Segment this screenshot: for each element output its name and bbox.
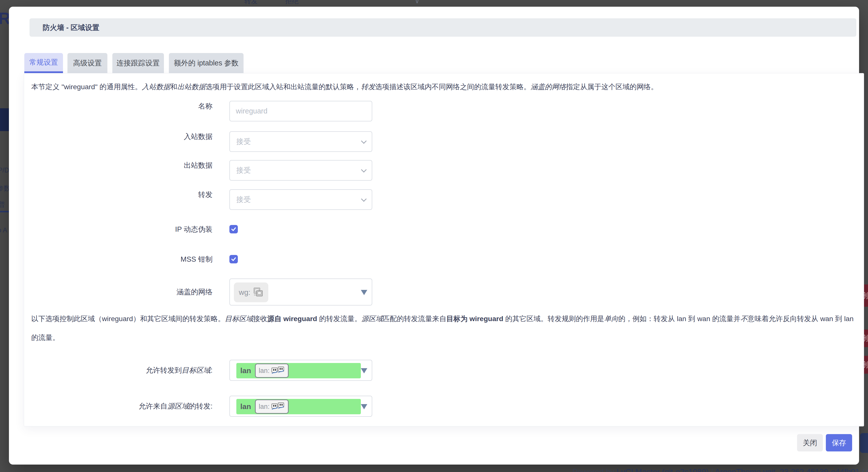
input-policy-label: 入站数据: [39, 132, 213, 141]
dropdown-caret-icon: [361, 368, 367, 373]
forward-from-label: 允许来自源区域的转发:: [39, 401, 213, 411]
chevron-down-icon: [361, 167, 367, 172]
background-table-header-forward: 转发: [244, 0, 258, 5]
forward-policy-label: 转发: [39, 190, 213, 199]
chevron-down-icon: [361, 196, 367, 202]
tunnel-interface-icon: [253, 287, 264, 298]
zone-name: lan: [240, 366, 251, 375]
output-policy-value: 接受: [236, 161, 251, 180]
save-button[interactable]: 保存: [826, 434, 852, 451]
general-settings-panel: 本节定义 "wireguard" 的通用属性。入站数据和出站数据选项用于设置此区…: [24, 73, 864, 427]
screen: R 转发 拒绝 ∨ P/D 参数 普 o A 删 删 删 Powered by …: [0, 0, 868, 472]
zone-name: lan: [240, 402, 251, 411]
background-nav-rect: [0, 108, 10, 131]
network-tag-wg: wg:: [234, 282, 268, 302]
name-label: 名称: [39, 101, 213, 111]
background-fragment-1: P/D: [0, 167, 9, 174]
tab-general-settings[interactable]: 常规设置: [24, 53, 63, 73]
tab-conntrack-settings[interactable]: 连接跟踪设置: [112, 53, 164, 73]
ethernet-icon: [278, 402, 285, 409]
masquerading-checkbox[interactable]: [229, 225, 238, 233]
dialog-header: 防火墙 - 区域设置: [30, 18, 856, 37]
background-fragment-3: 普: [0, 200, 5, 209]
network-chip-label: lan:: [259, 403, 270, 410]
dropdown-caret-icon: [361, 290, 367, 295]
zone-networks-chip: lan:: [255, 364, 289, 378]
check-icon: [231, 227, 236, 232]
powered-by-prefix: Powered by: [572, 467, 617, 472]
covered-networks-label: 涵盖的网络: [39, 287, 213, 297]
output-policy-label: 出站数据: [39, 160, 213, 170]
forward-from-dropdown[interactable]: lan lan:: [229, 396, 372, 417]
theme-version-link: ArgonTheme vgit_23.262.45139-e44fb01: [715, 467, 860, 472]
output-policy-select[interactable]: 接受: [229, 160, 372, 181]
network-chip-label: lan:: [259, 367, 270, 375]
zone-settings-dialog: 防火墙 - 区域设置 常规设置 高级设置 连接跟踪设置 额外的 iptables…: [9, 7, 859, 465]
forwarding-description: 以下选项控制此区域（wireguard）和其它区域间的转发策略。目标区域接收源自…: [31, 309, 856, 347]
zone-name-input[interactable]: [229, 101, 372, 122]
zone-description: 本节定义 "wireguard" 的通用属性。入站数据和出站数据选项用于设置此区…: [31, 81, 857, 92]
tab-advanced-settings[interactable]: 高级设置: [67, 53, 107, 73]
forward-to-dropdown[interactable]: lan lan:: [229, 360, 372, 381]
background-chevron-icon: ∨: [415, 0, 420, 5]
ethernet-icon: [278, 366, 285, 373]
tab-extra-iptables[interactable]: 额外的 iptables 参数: [169, 53, 244, 73]
dialog-title: 防火墙 - 区域设置: [43, 18, 99, 37]
chevron-down-icon: [361, 138, 367, 144]
background-select-fragment: 拒绝: [285, 0, 299, 5]
network-tag-label: wg:: [239, 288, 250, 297]
forward-to-label: 允许转发到目标区域:: [39, 365, 213, 375]
check-icon: [231, 257, 236, 262]
powered-by-footer: Powered by LuCI Master (git-e2c1089) / A…: [572, 467, 868, 472]
mss-clamping-checkbox[interactable]: [229, 255, 238, 263]
mss-clamping-label: MSS 钳制: [39, 254, 213, 264]
zone-tag-lan: lan lan:: [236, 363, 361, 378]
close-button[interactable]: 关闭: [797, 434, 823, 451]
background-primary-button: [860, 433, 868, 453]
openwrt-version: OpenWrt 09.05.202: [866, 467, 868, 472]
masquerading-label: IP 动态伪装: [39, 224, 213, 234]
luci-version-link: LuCI Master (git-e2c1089): [617, 467, 709, 472]
covered-networks-dropdown[interactable]: wg:: [229, 278, 372, 305]
dropdown-caret-icon: [361, 404, 367, 409]
input-policy-value: 接受: [236, 132, 251, 151]
zone-tag-lan: lan lan:: [236, 399, 361, 414]
background-fragment-4: o A: [0, 227, 7, 234]
background-logo: R: [0, 9, 10, 28]
forward-policy-select[interactable]: 接受: [229, 189, 372, 210]
forward-policy-value: 接受: [236, 190, 251, 209]
input-policy-select[interactable]: 接受: [229, 131, 372, 152]
zone-networks-chip: lan:: [255, 399, 289, 414]
